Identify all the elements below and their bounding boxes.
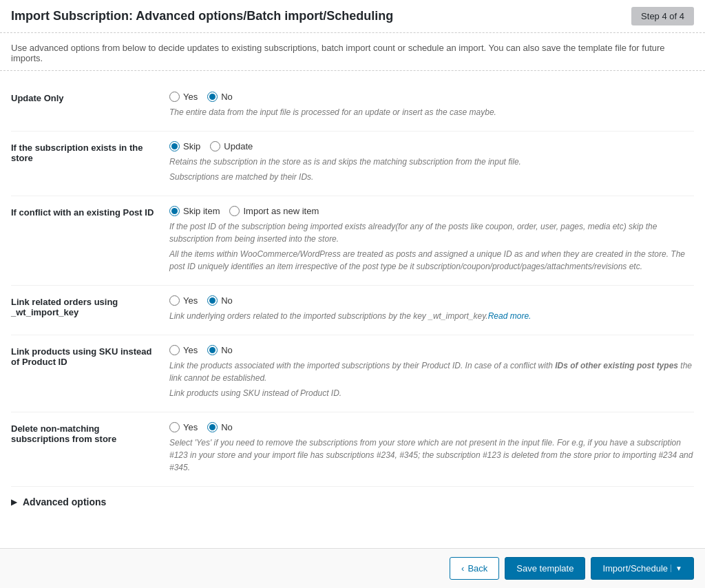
option-controls-subscription-exists: Skip Update Retains the subscription in … [169,141,694,186]
option-controls-delete-non-matching: Yes No Select 'Yes' if you need to remov… [169,422,694,476]
option-controls-link-sku: Yes No Link the products associated with… [169,345,694,402]
save-template-button[interactable]: Save template [505,557,585,580]
radio-group-delete-non-matching: Yes No [169,422,694,432]
hint-link-sku-1: Link the products associated with the im… [169,359,694,384]
step-badge: Step 4 of 4 [631,7,694,25]
read-more-link[interactable]: Read more. [488,311,532,321]
content-area: Update Only Yes No The entire data from … [0,71,705,548]
option-row-conflict-post-id: If conflict with an existing Post ID Ski… [11,196,694,286]
option-controls-link-orders: Yes No Link underlying orders related to… [169,295,694,325]
radio-conflict-skip-item[interactable]: Skip item [169,206,220,216]
option-label-link-sku: Link products using SKU instead of Produ… [11,345,169,367]
hint-conflict-1: If the post ID of the subscription being… [169,220,694,245]
chevron-right-icon: ▶ [11,497,17,507]
option-label-delete-non-matching: Delete non-matching subscriptions from s… [11,422,169,444]
hint-subscription-exists-2: Subscriptions are matched by their IDs. [169,171,694,183]
back-label: Back [467,563,487,574]
import-label: Import/Schedule [602,563,668,574]
option-row-subscription-exists: If the subscription exists in the store … [11,132,694,196]
option-row-link-sku: Link products using SKU instead of Produ… [11,335,694,412]
option-controls-update-only: Yes No The entire data from the input fi… [169,92,694,121]
hint-delete-non-matching-1: Select 'Yes' if you need to remove the s… [169,437,694,474]
radio-delete-non-matching-yes[interactable]: Yes [169,422,198,432]
radio-subscription-exists-skip[interactable]: Skip [169,141,200,151]
radio-group-update-only: Yes No [169,92,694,102]
option-row-delete-non-matching: Delete non-matching subscriptions from s… [11,412,694,487]
page-title: Import Subscription: Advanced options/Ba… [11,9,393,23]
back-button[interactable]: ‹ Back [450,557,499,580]
hint-conflict-2: All the items within WooCommerce/WordPre… [169,248,694,273]
caret-down-icon: ▼ [671,565,682,572]
option-label-update-only: Update Only [11,92,169,103]
radio-group-conflict-post-id: Skip item Import as new item [169,206,694,216]
radio-subscription-exists-update[interactable]: Update [210,141,253,151]
footer: ‹ Back Save template Import/Schedule ▼ [0,548,705,588]
option-row-update-only: Update Only Yes No The entire data from … [11,82,694,132]
advanced-options-toggle[interactable]: ▶ Advanced options [11,487,694,517]
hint-update-only-1: The entire data from the input file is p… [169,106,694,118]
radio-conflict-import-new[interactable]: Import as new item [229,206,319,216]
option-row-link-orders: Link related orders using _wt_import_key… [11,286,694,335]
radio-group-link-orders: Yes No [169,295,694,306]
radio-link-orders-yes[interactable]: Yes [169,295,198,306]
radio-update-only-yes[interactable]: Yes [169,92,198,102]
chevron-left-icon: ‹ [461,563,464,574]
radio-link-sku-yes[interactable]: Yes [169,345,198,355]
option-label-link-orders: Link related orders using _wt_import_key [11,295,169,317]
radio-group-subscription-exists: Skip Update [169,141,694,151]
radio-link-orders-no[interactable]: No [207,295,233,306]
radio-link-sku-no[interactable]: No [207,345,233,355]
option-controls-conflict-post-id: Skip item Import as new item If the post… [169,206,694,275]
save-label: Save template [516,563,574,574]
option-label-conflict-post-id: If conflict with an existing Post ID [11,206,169,218]
radio-delete-non-matching-no[interactable]: No [207,422,233,432]
option-label-subscription-exists: If the subscription exists in the store [11,141,169,163]
radio-update-only-no[interactable]: No [207,92,233,102]
advanced-options-label: Advanced options [23,496,106,507]
page-description: Use advanced options from below to decid… [0,33,705,71]
hint-link-orders-1: Link underlying orders related to the im… [169,310,694,322]
radio-group-link-sku: Yes No [169,345,694,355]
hint-subscription-exists-1: Retains the subscription in the store as… [169,156,694,168]
hint-link-sku-2: Link products using SKU instead of Produ… [169,387,694,399]
import-schedule-button[interactable]: Import/Schedule ▼ [591,557,694,580]
